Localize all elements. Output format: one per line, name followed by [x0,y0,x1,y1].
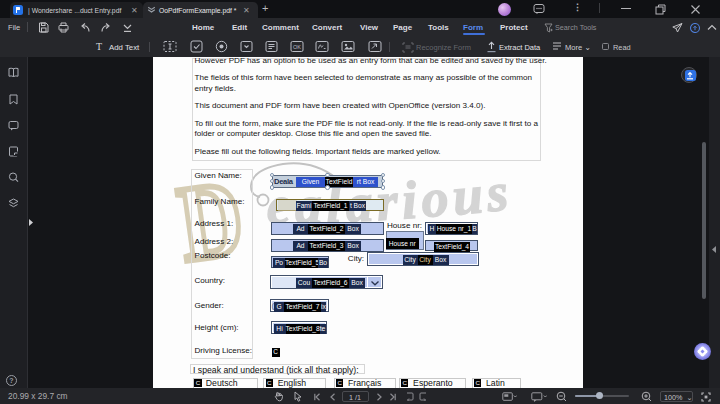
svg-text:OK: OK [293,44,301,50]
